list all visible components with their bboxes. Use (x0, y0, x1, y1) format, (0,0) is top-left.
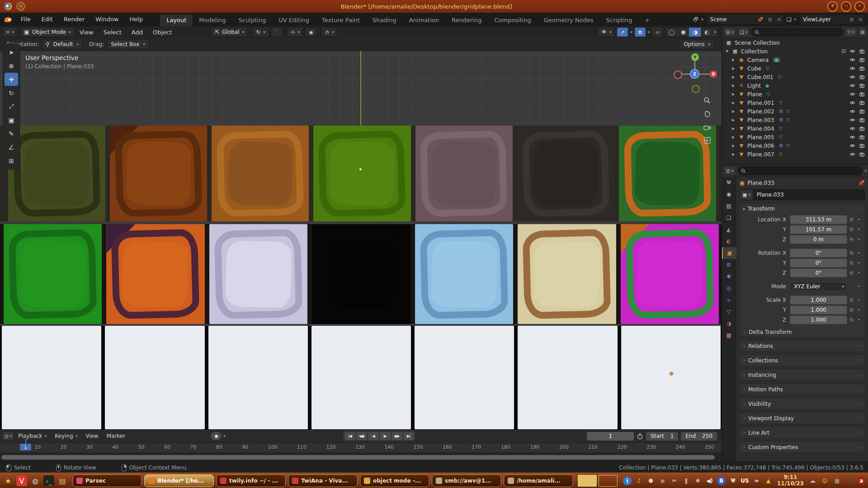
eye-icon[interactable] (849, 91, 855, 97)
workspace-tab[interactable]: Modeling (193, 14, 232, 26)
gizmo-axis-z[interactable]: Z (690, 70, 699, 78)
plane-object[interactable] (106, 224, 204, 324)
collapsed-panel[interactable]: › Line Art ∷∷ (739, 427, 866, 439)
workspace-tab[interactable]: Texture Paint (316, 14, 366, 26)
pivot-dropdown[interactable]: ↻▾ (252, 27, 269, 37)
checkbox-icon[interactable]: ☑ (841, 48, 846, 54)
new-collection-button[interactable]: ⊞ (859, 28, 867, 37)
value-field[interactable]: 0° (790, 268, 847, 277)
expand-icon[interactable]: ▶ (732, 66, 736, 70)
keying-set-caret[interactable]: ▾ (223, 434, 226, 438)
gizmo-axis-y[interactable]: Y (691, 53, 699, 61)
snap-dropdown[interactable]: ⊹▾ (287, 27, 304, 37)
timeline-scrollbar[interactable] (0, 452, 722, 462)
record-button[interactable]: ● (211, 432, 222, 440)
tray-icon[interactable]: ∥ (682, 477, 690, 485)
blender-menu-icon[interactable] (5, 17, 12, 22)
outliner-object-row[interactable]: ▶ ▼ Plane.007 ⚙ ▽ ▣ ◉ (722, 150, 868, 159)
tray-icon[interactable]: ☺ (821, 477, 829, 485)
plane-object[interactable] (311, 326, 411, 429)
collapsed-panel[interactable]: › Visibility ∷∷ (739, 398, 866, 410)
outliner-display-mode-button[interactable]: ❏▾ (738, 28, 750, 37)
snap-magnet-toggle[interactable]: ⌒ (271, 27, 283, 37)
transport-button[interactable]: ▶| (403, 432, 414, 440)
eye-icon[interactable] (849, 134, 855, 140)
properties-search-input[interactable] (738, 166, 863, 175)
pin-icon[interactable]: 📌 (755, 17, 766, 23)
properties-tab[interactable]: ⚙ (722, 259, 736, 271)
render-camera-icon[interactable] (859, 57, 865, 63)
tool-button[interactable]: ✛ (5, 73, 18, 86)
shading-wireframe[interactable]: ◯ (665, 28, 677, 37)
rotation-mode-dropdown[interactable]: XYZ Euler▾ (790, 282, 847, 291)
transport-button[interactable]: ◆▶ (392, 432, 402, 440)
delta-transform-panel[interactable]: › Delta Transform (739, 327, 865, 337)
outliner-object-row[interactable]: ▶ ▼ Plane ⚙ ▽ ▣ ◉ (722, 90, 868, 99)
copy-icon[interactable]: ⧉ (766, 17, 774, 23)
viewlayer-name[interactable]: ViewLayer (799, 16, 847, 23)
lock-icon[interactable]: ⎘ (847, 307, 856, 313)
workspace-tab[interactable]: + (638, 14, 656, 26)
workspace-tab[interactable]: Compositing (488, 14, 538, 26)
scene-name[interactable]: Scene (707, 16, 755, 23)
launcher-icon[interactable]: V (16, 475, 27, 486)
value-field[interactable]: 101.57 m (790, 225, 847, 234)
viewlayer-type-icon[interactable]: ❏ (787, 16, 792, 23)
render-camera-icon[interactable] (859, 48, 865, 54)
task-button[interactable]: smb://awv@1... (432, 474, 501, 487)
outliner-object-row[interactable]: ▶ ▼ Plane.005 ⚙ ▽ ▣ ◉ (722, 133, 868, 141)
expand-icon[interactable]: ▶ (732, 84, 736, 88)
collapsed-panel[interactable]: › Motion Paths ∷∷ (739, 383, 866, 395)
properties-tab[interactable]: ◑ (722, 318, 736, 329)
panel-grip[interactable]: ∷∷ (856, 372, 861, 377)
plane-object[interactable] (415, 224, 513, 324)
tray-icon[interactable]: ♪ (635, 477, 643, 485)
task-button[interactable]: object mode -... (360, 474, 429, 487)
properties-editor-type-button[interactable]: ☰▾ (724, 166, 736, 175)
gizmo-toggle[interactable]: ➚ (617, 27, 628, 37)
tool-button[interactable]: ⊕ (5, 59, 18, 72)
window-button[interactable]: ▼ (827, 1, 838, 12)
mode-dropdown[interactable]: ▣ Object Mode ▾ (20, 27, 74, 37)
plane-object[interactable] (313, 126, 410, 221)
expand-icon[interactable]: ▶ (732, 75, 736, 79)
viewport-menu-item[interactable]: Add (127, 29, 148, 36)
tray-icon[interactable]: ☁ (808, 477, 817, 485)
transport-button[interactable]: ▶ (380, 432, 391, 440)
task-button[interactable]: twily.info ~/ - ... (216, 474, 286, 487)
render-camera-icon[interactable] (859, 108, 865, 114)
shading-material[interactable]: ◑ (689, 28, 701, 37)
tool-button[interactable]: ↻ (5, 86, 18, 99)
tray-icon[interactable]: US (741, 477, 749, 485)
outliner-object-row[interactable]: ▶ ▼ Cube ⚙ ▽ ▣ ◉ (722, 64, 868, 73)
animate-dot[interactable]: • (856, 217, 862, 222)
outliner-object-row[interactable]: ▶ ▼ Cube.001 ⚙ ▽ ▣ ◉ (722, 73, 868, 81)
menu-item[interactable]: Edit (36, 13, 58, 26)
plane-object[interactable] (517, 126, 614, 221)
value-field[interactable]: 1.000 (790, 296, 847, 305)
tray-icon[interactable]: ◉ (658, 477, 667, 485)
ortho-grid-icon[interactable] (702, 135, 712, 145)
current-frame-field[interactable]: 1 (587, 432, 634, 441)
animate-dot[interactable]: • (856, 227, 862, 232)
menu-item[interactable]: Window (90, 13, 124, 26)
animate-dot[interactable]: • (856, 297, 862, 302)
lock-icon[interactable]: ⎘ (847, 237, 856, 242)
tray-icon[interactable]: ✦ (845, 477, 854, 485)
collapsed-panel[interactable]: › Viewport Display ∷∷ (739, 412, 866, 424)
expand-icon[interactable]: ▶ (732, 127, 736, 131)
plane-object[interactable] (518, 326, 617, 429)
animate-dot[interactable]: • (856, 260, 862, 265)
eye-icon[interactable] (849, 83, 855, 89)
render-camera-icon[interactable] (859, 91, 865, 97)
scrollbar-thumb[interactable] (1, 455, 715, 460)
eye-icon[interactable] (849, 48, 855, 54)
expand-icon[interactable]: ▶ (732, 135, 736, 139)
tray-icon[interactable]: ≈ (752, 477, 761, 485)
stopwatch-icon[interactable] (637, 433, 643, 440)
transport-button[interactable]: |◀ (344, 432, 355, 440)
collection-row[interactable]: ▼ ▦ Collection ☑ (722, 47, 868, 56)
animate-dot[interactable]: • (856, 284, 862, 289)
orientation-dropdown[interactable]: ⇱ Global ▾ (211, 27, 248, 37)
editor-type-button[interactable]: ⌗▾ (3, 27, 18, 37)
